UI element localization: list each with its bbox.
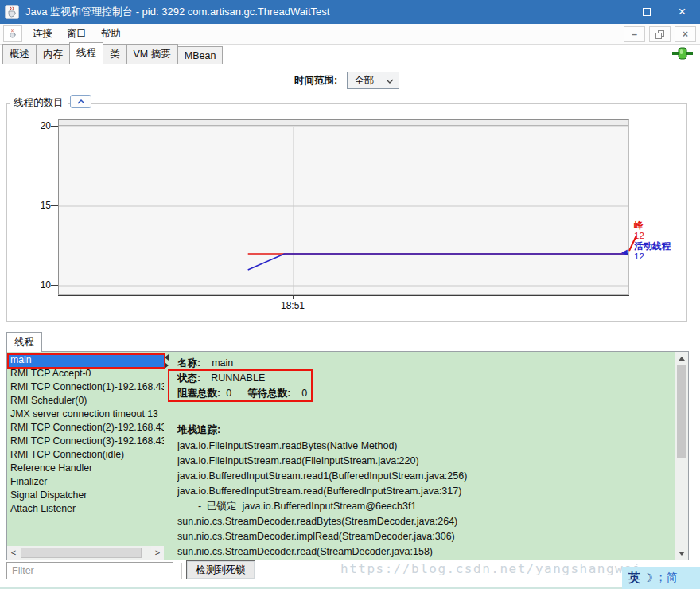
- stack-trace-line: sun.nio.cs.StreamDecoder.implRead(Stream…: [177, 529, 676, 544]
- menu-item[interactable]: 帮助: [94, 24, 128, 44]
- blocked-value: 0: [226, 388, 231, 399]
- tab-threads-bottom[interactable]: 线程: [6, 332, 42, 352]
- stack-trace-label: 堆栈追踪:: [177, 423, 676, 438]
- frame-minimize-button[interactable]: –: [624, 26, 645, 42]
- stack-trace-line: java.io.BufferedInputStream.read(Buffere…: [177, 484, 676, 499]
- state-label: 状态:: [177, 373, 200, 384]
- tab[interactable]: 内存: [36, 44, 70, 64]
- frame-close-button[interactable]: ×: [675, 26, 696, 42]
- window-title: Java 监视和管理控制台 - pid: 3292 com.artisan.gc…: [25, 5, 329, 19]
- titlebar: Java 监视和管理控制台 - pid: 3292 com.artisan.gc…: [0, 0, 700, 24]
- time-range-label: 时间范围:: [294, 74, 337, 88]
- stack-trace-line: sun.nio.cs.StreamDecoder.readBytes(Strea…: [177, 514, 676, 529]
- collapse-left-icon[interactable]: [165, 354, 169, 361]
- menu-items: 连接窗口帮助: [25, 24, 128, 44]
- thread-list-item[interactable]: RMI Scheduler(0): [7, 394, 164, 408]
- threads-split-pane: mainRMI TCP Accept-0RMI TCP Connection(1…: [6, 351, 689, 560]
- frame-java-icon[interactable]: [3, 25, 22, 42]
- window-maximize-button[interactable]: [628, 0, 664, 24]
- scroll-right-button[interactable]: >: [151, 546, 164, 560]
- thread-list-item[interactable]: RMI TCP Accept-0: [7, 367, 164, 380]
- frame-restore-button[interactable]: [649, 26, 671, 42]
- stack-trace-line: - 已锁定 java.io.BufferedInputStream@6eecb3…: [177, 499, 676, 514]
- ime-suffix: ；简: [655, 571, 678, 585]
- scroll-left-button[interactable]: <: [7, 546, 20, 560]
- details-vscrollbar[interactable]: [675, 352, 688, 560]
- thread-list-item[interactable]: Attach Listener: [7, 502, 164, 516]
- chart-title: 线程的数目: [10, 96, 68, 110]
- y-axis-tick-label: 15: [24, 200, 51, 211]
- time-range-select[interactable]: 全部: [347, 72, 399, 89]
- bottom-separator: [181, 563, 182, 579]
- thread-state-row: 状态:RUNNABLE: [177, 371, 676, 386]
- scroll-down-button[interactable]: [675, 547, 688, 560]
- thread-count-chart: [58, 119, 629, 294]
- thread-list-item[interactable]: Signal Dispatcher: [7, 489, 164, 502]
- detect-deadlock-button[interactable]: 检测到死锁: [186, 560, 255, 579]
- peak-indicator-line: [628, 233, 639, 252]
- ime-language-indicator[interactable]: 英: [628, 571, 640, 586]
- current-value-arrow-icon: ◀: [621, 248, 628, 256]
- state-value: RUNNABLE: [211, 373, 265, 384]
- collapse-right-icon[interactable]: [165, 362, 169, 369]
- stack-trace: java.io.FileInputStream.readBytes(Native…: [177, 439, 676, 560]
- waited-label: 等待总数:: [247, 388, 290, 399]
- chevron-up-icon: [76, 99, 86, 105]
- chevron-down-icon: [386, 79, 394, 84]
- tab[interactable]: MBean: [177, 46, 224, 64]
- thread-list-item[interactable]: JMX server connection timeout 13: [7, 408, 164, 421]
- x-axis-tick-label: 18:51: [275, 300, 310, 311]
- stack-trace-line: java.io.BufferedInputStream.read1(Buffer…: [177, 469, 676, 484]
- collapse-chart-button[interactable]: [70, 95, 91, 108]
- vscroll-thumb[interactable]: [677, 365, 686, 458]
- thread-list-hscrollbar[interactable]: < >: [7, 546, 164, 560]
- time-range-value: 全部: [354, 74, 374, 88]
- thread-list-item[interactable]: Finalizer: [7, 475, 164, 489]
- thread-list-item[interactable]: RMI TCP Connection(idle): [7, 448, 164, 462]
- waited-value: 0: [301, 388, 307, 399]
- tab[interactable]: 类: [103, 44, 127, 64]
- thread-counts-row: 阻塞总数:0等待总数:0: [177, 386, 676, 401]
- menu-item[interactable]: 连接: [25, 24, 60, 44]
- legend-series-name: 峰: [634, 220, 690, 231]
- scroll-up-button[interactable]: [675, 352, 688, 365]
- legend-series-value: 12: [634, 231, 690, 241]
- jconsole-window: Java 监视和管理控制台 - pid: 3292 com.artisan.gc…: [0, 0, 700, 589]
- thread-list-item[interactable]: RMI TCP Connection(3)-192.168.43.86: [7, 435, 164, 448]
- thread-list-item[interactable]: Reference Handler: [7, 462, 164, 475]
- legend-series-name: 活动线程: [634, 241, 690, 252]
- thread-name-row: 名称:main: [177, 356, 676, 371]
- thread-details-panel: 名称:main 状态:RUNNABLE 阻塞总数:0等待总数:0 堆栈追踪: j…: [170, 352, 676, 560]
- moon-icon: ☽: [643, 571, 653, 584]
- name-label: 名称:: [177, 357, 200, 369]
- filter-input[interactable]: [6, 562, 173, 579]
- y-axis-tick-label: 10: [24, 279, 51, 291]
- window-close-button[interactable]: ×: [664, 0, 700, 24]
- window-minimize-button[interactable]: –: [593, 0, 628, 24]
- java-cup-icon: [5, 5, 19, 19]
- menu-item[interactable]: 窗口: [60, 24, 94, 44]
- time-range-row: 时间范围: 全部: [294, 72, 399, 89]
- tabbar: 概述内存线程类VM 摘要MBean: [0, 45, 700, 64]
- tab[interactable]: VM 摘要: [126, 44, 178, 64]
- stack-trace-line: sun.nio.cs.StreamDecoder.read(StreamDeco…: [177, 544, 676, 560]
- main-tabs: 概述内存线程类VM 摘要MBean: [2, 42, 222, 64]
- tab[interactable]: 线程: [69, 42, 103, 64]
- stack-trace-line: java.io.FileInputStream.readBytes(Native…: [177, 439, 676, 454]
- chart-legend: 峰12活动线程12: [634, 220, 690, 262]
- hscroll-thumb[interactable]: [21, 548, 142, 558]
- legend-series-value: 12: [634, 252, 690, 262]
- connected-status-icon: [671, 46, 694, 60]
- thread-list-item[interactable]: RMI TCP Connection(2)-192.168.43.86: [7, 421, 164, 435]
- thread-list: mainRMI TCP Accept-0RMI TCP Connection(1…: [7, 352, 164, 546]
- name-value: main: [212, 357, 233, 369]
- split-divider[interactable]: [164, 352, 170, 560]
- thread-list-item[interactable]: main: [7, 353, 164, 367]
- y-axis-tick-label: 20: [24, 120, 51, 131]
- thread-list-item[interactable]: RMI TCP Connection(1)-192.168.43.86: [7, 380, 164, 394]
- x-axis-line: [58, 295, 629, 296]
- chart-plot-svg: [59, 120, 628, 294]
- stack-trace-line: java.io.FileInputStream.read(FileInputSt…: [177, 454, 676, 469]
- ime-status-bar[interactable]: 英 ☽ ；简: [622, 567, 700, 589]
- tab[interactable]: 概述: [2, 44, 37, 64]
